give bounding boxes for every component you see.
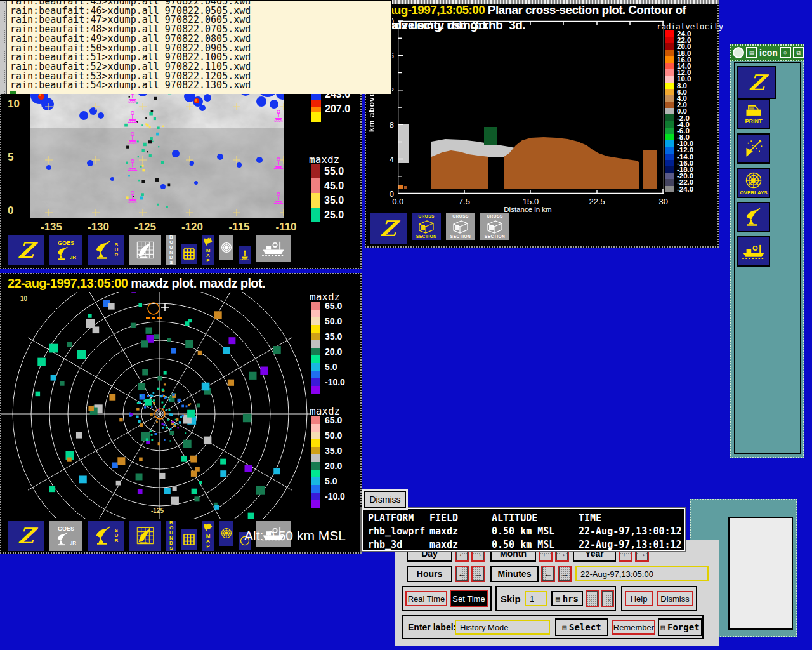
colorbar-entry: 65.0 bbox=[311, 416, 345, 424]
cross-section-button[interactable]: CROSSSECTION bbox=[479, 212, 511, 241]
print-button[interactable]: PRINT bbox=[737, 99, 770, 129]
list-item: 207.0 bbox=[325, 102, 350, 116]
goes-ir-button[interactable]: GOES.IR bbox=[48, 234, 84, 267]
forget-menu[interactable]: ▤Forget bbox=[658, 618, 702, 636]
zebra-logo-button[interactable]: Z bbox=[369, 212, 408, 245]
grid-button[interactable] bbox=[180, 242, 198, 265]
table-row: rhb_lowprfmaxdz0.50 km MSL22-Aug-97,13:0… bbox=[363, 525, 684, 538]
colorbar-entry: -10.0 bbox=[311, 378, 345, 386]
ship-button[interactable] bbox=[737, 236, 770, 267]
colorbar-entry: 25.0 bbox=[311, 208, 344, 222]
terminal-scrollbar[interactable] bbox=[0, 1, 7, 94]
spray-wand-button[interactable] bbox=[737, 133, 770, 164]
hours-button[interactable]: Hours bbox=[407, 566, 452, 582]
colorbar-entry: 5.0 bbox=[311, 363, 345, 371]
ship-track-marker bbox=[148, 303, 159, 314]
colorbar-entry: 55.0 bbox=[311, 164, 344, 178]
minutes-increment-button[interactable]: → bbox=[558, 566, 572, 582]
list-item: 8 bbox=[377, 120, 394, 154]
list-item: 22.5 bbox=[564, 197, 631, 206]
platform-table: PLATFORMFIELDALTITUDETIME rhb_lowprfmaxd… bbox=[362, 508, 685, 551]
xsec-velocity-window: 22-aug-1997,13:05:00 Planar cross-sectio… bbox=[365, 0, 719, 248]
dismiss-button[interactable]: Dismiss bbox=[657, 591, 693, 606]
rhi-scan-button[interactable] bbox=[128, 234, 162, 267]
datetime-field[interactable]: 22-Aug-97,13:05:00 bbox=[575, 566, 709, 581]
cursor-cross bbox=[161, 303, 169, 311]
skip-value-field[interactable]: 1 bbox=[525, 591, 547, 606]
altitude-label: Alt: 0.50 km MSL bbox=[244, 528, 346, 543]
list-item: 15.0 bbox=[497, 197, 564, 206]
bounds-button[interactable]: BOUNDS bbox=[165, 519, 178, 552]
ppi-window: 22-aug-1997,13:05:00 maxdz plot. maxdz p… bbox=[0, 273, 362, 554]
goes-ir-button[interactable]: GOES.IR bbox=[48, 519, 84, 552]
help-button[interactable]: Help bbox=[625, 591, 653, 606]
menu-icon: ▤ bbox=[562, 623, 566, 632]
azimuth-wheel-button[interactable] bbox=[218, 519, 235, 547]
remember-button[interactable]: Remember bbox=[612, 620, 655, 635]
list-item: -130 bbox=[75, 221, 122, 234]
window-title: 22-aug-1997,13:05:00 maxdz plot. maxdz p… bbox=[8, 276, 265, 291]
colorbar-entry: 20.0 bbox=[311, 462, 345, 470]
rhi-scan-button[interactable] bbox=[128, 519, 162, 552]
zebra-logo-button[interactable]: Z bbox=[737, 66, 776, 99]
title-line2: radialvelocity using: rhb_3d. bbox=[371, 18, 525, 32]
list-item: 7.5 bbox=[431, 197, 498, 206]
timestamp: 22-aug-1997,13:05:00 bbox=[8, 276, 128, 290]
buoy-button[interactable] bbox=[237, 245, 252, 265]
colorbar-entry: 20.0 bbox=[311, 348, 345, 355]
xsec-velocity-plot[interactable] bbox=[398, 20, 664, 195]
skip-back-button[interactable]: ← bbox=[586, 590, 599, 607]
window-iconify-button[interactable]: ○ bbox=[780, 47, 791, 58]
surveillance-radar-button[interactable]: SUR bbox=[86, 234, 126, 267]
dismiss-button[interactable]: Dismiss bbox=[364, 491, 406, 508]
surveillance-radar-button[interactable]: SUR bbox=[86, 519, 126, 552]
real-time-button[interactable]: Real Time bbox=[405, 591, 447, 606]
colorbar-entry: 65.0 bbox=[311, 302, 345, 310]
bounds-button[interactable]: BOUNDS bbox=[165, 234, 178, 267]
colorbar: 24.022.020.018.016.014.012.010.08.06.04.… bbox=[665, 30, 693, 192]
list-item: -110 bbox=[263, 221, 310, 234]
minutes-decrement-button[interactable]: ← bbox=[541, 566, 555, 582]
title-text: Planar cross-section plot. Contour of bbox=[485, 3, 686, 17]
colorbar-entry: 50.0 bbox=[311, 317, 345, 325]
grid-button[interactable] bbox=[180, 528, 198, 551]
hours-decrement-button[interactable]: ← bbox=[455, 566, 469, 582]
zebra-logo-button[interactable]: Z bbox=[6, 234, 46, 267]
ppi-radar-plot[interactable]: 10 -125 bbox=[1, 292, 310, 519]
ship-button[interactable] bbox=[255, 234, 292, 263]
x-axis-labels: 0.07.515.022.530 bbox=[365, 197, 701, 206]
zebra-logo-button[interactable]: Z bbox=[6, 519, 46, 552]
window-layers-button[interactable]: ⧉ bbox=[793, 47, 804, 58]
terminal-window[interactable]: rain:beaufait:45>xdump.all 970822.0405.x… bbox=[0, 0, 392, 94]
colorbar-entry: 5.0 bbox=[311, 477, 345, 485]
set-time-button[interactable]: Set Time bbox=[450, 590, 488, 607]
list-item: -120 bbox=[169, 221, 216, 234]
colorbar-upper: 65.050.035.020.05.0-10.0 bbox=[311, 302, 345, 394]
grid-label: 10 bbox=[20, 295, 28, 302]
select-menu[interactable]: ▤Select bbox=[555, 618, 608, 636]
label-field[interactable]: History Mode bbox=[455, 620, 550, 635]
window-menu-button[interactable] bbox=[733, 47, 744, 58]
overlays-button[interactable]: OVERLAYS bbox=[737, 168, 770, 198]
cross-section-button[interactable]: CROSSSECTION bbox=[445, 212, 476, 241]
window-title: 22-aug-1997,13:05:00 Planar cross-sectio… bbox=[371, 3, 686, 17]
skip-units-menu[interactable]: ▤hrs bbox=[551, 591, 583, 606]
map-button[interactable]: MAP bbox=[200, 234, 216, 267]
azimuth-wheel-button[interactable] bbox=[218, 234, 235, 262]
colorbar-entry: 35.0 bbox=[311, 193, 344, 208]
colorbar-entry: -10.0 bbox=[311, 493, 345, 500]
window-doc-button[interactable]: ▤ bbox=[746, 47, 757, 58]
radar-dish-button[interactable] bbox=[737, 202, 770, 232]
table-row: rhb_3dmaxdz0.50 km MSL22-Aug-97,13:01:12 bbox=[363, 538, 684, 552]
background-window-panel bbox=[728, 517, 793, 630]
cross-section-button-active[interactable]: CROSSSECTION bbox=[410, 212, 442, 241]
minutes-button[interactable]: Minutes bbox=[490, 566, 539, 582]
list-item: -115 bbox=[216, 221, 263, 234]
title-text: maxdz plot. maxdz plot. bbox=[128, 276, 265, 290]
icon-window-titlebar[interactable]: ▤ icon ○ ⧉ bbox=[730, 44, 804, 61]
skip-forward-button[interactable]: → bbox=[601, 590, 614, 607]
list-item: -125 bbox=[122, 221, 169, 234]
table-header: PLATFORMFIELDALTITUDETIME bbox=[363, 512, 684, 525]
hours-increment-button[interactable]: → bbox=[471, 566, 485, 582]
map-button[interactable]: MAP bbox=[200, 519, 216, 552]
